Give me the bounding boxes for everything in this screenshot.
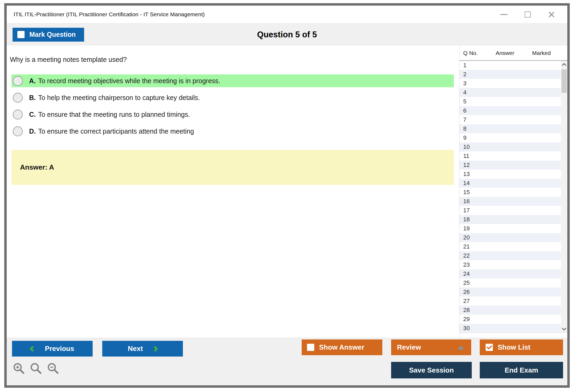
row-qno: 28 bbox=[459, 307, 485, 314]
question-list-row[interactable]: 25 bbox=[459, 278, 561, 287]
option-b[interactable]: B. To help the meeting chairperson to ca… bbox=[11, 91, 454, 104]
radio-icon[interactable] bbox=[13, 76, 23, 86]
question-list-header: Q No. Answer Marked bbox=[459, 46, 567, 61]
question-list-row[interactable]: 30 bbox=[459, 324, 561, 333]
question-list-row[interactable]: 5 bbox=[459, 97, 561, 106]
show-list-button[interactable]: Show List bbox=[480, 339, 563, 355]
question-text: Why is a meeting notes template used? bbox=[10, 56, 127, 63]
question-list-row[interactable]: 21 bbox=[459, 242, 561, 251]
option-d[interactable]: D. To ensure the correct participants at… bbox=[11, 125, 454, 138]
show-answer-label: Show Answer bbox=[319, 343, 364, 351]
question-list-row[interactable]: 24 bbox=[459, 269, 561, 278]
row-qno: 27 bbox=[459, 298, 485, 305]
question-list-row[interactable]: 16 bbox=[459, 197, 561, 206]
question-list-row[interactable]: 15 bbox=[459, 188, 561, 197]
scrollbar-thumb[interactable] bbox=[561, 69, 567, 93]
row-qno: 11 bbox=[459, 153, 485, 159]
chevron-up-icon bbox=[562, 63, 567, 67]
zoom-out-icon[interactable] bbox=[47, 362, 60, 375]
question-list-row[interactable]: 3 bbox=[459, 79, 561, 88]
question-counter: Question 5 of 5 bbox=[7, 30, 567, 39]
question-list-row[interactable]: 7 bbox=[459, 115, 561, 124]
footer-bar: Previous Next Show Answer Review Show Li… bbox=[7, 338, 567, 385]
option-c[interactable]: C. To ensure that the meeting runs to pl… bbox=[11, 108, 454, 121]
question-list-row[interactable]: 8 bbox=[459, 124, 561, 133]
row-qno: 13 bbox=[459, 171, 485, 178]
sidebar-scrollbar[interactable] bbox=[561, 61, 567, 333]
chevron-right-icon bbox=[152, 346, 158, 352]
option-text: To record meeting objectives while the m… bbox=[38, 77, 220, 85]
row-qno: 9 bbox=[459, 134, 485, 141]
minimize-button[interactable] bbox=[500, 14, 508, 15]
row-qno: 12 bbox=[459, 162, 485, 169]
column-qno: Q No. bbox=[463, 50, 478, 56]
question-list-row[interactable]: 6 bbox=[459, 106, 561, 115]
zoom-controls bbox=[13, 362, 60, 375]
question-list-row[interactable]: 9 bbox=[459, 133, 561, 142]
zoom-reset-icon[interactable] bbox=[30, 362, 42, 375]
option-a[interactable]: A. To record meeting objectives while th… bbox=[11, 74, 454, 87]
question-list-row[interactable]: 28 bbox=[459, 306, 561, 315]
question-list-row[interactable]: 2 bbox=[459, 70, 561, 79]
question-list-row[interactable]: 10 bbox=[459, 142, 561, 151]
radio-icon[interactable] bbox=[13, 93, 23, 103]
row-qno: 10 bbox=[459, 143, 485, 150]
triangle-up-icon bbox=[457, 345, 464, 350]
previous-button[interactable]: Previous bbox=[12, 341, 93, 357]
column-answer: Answer bbox=[496, 50, 514, 56]
question-list-row[interactable]: 11 bbox=[459, 151, 561, 161]
question-list-row[interactable]: 4 bbox=[459, 88, 561, 97]
row-qno: 16 bbox=[459, 198, 485, 205]
question-panel: Why is a meeting notes template used? A.… bbox=[7, 46, 459, 338]
option-text: To ensure the correct participants atten… bbox=[38, 127, 194, 135]
row-qno: 4 bbox=[459, 89, 485, 96]
question-list-row[interactable]: 13 bbox=[459, 170, 561, 179]
mark-question-checkbox[interactable] bbox=[17, 31, 25, 38]
question-list-row[interactable]: 22 bbox=[459, 251, 561, 260]
question-list-row[interactable]: 12 bbox=[459, 161, 561, 170]
chevron-down-icon bbox=[562, 326, 567, 330]
save-session-label: Save Session bbox=[409, 366, 454, 374]
row-qno: 14 bbox=[459, 180, 485, 187]
row-qno: 29 bbox=[459, 316, 485, 323]
end-exam-label: End Exam bbox=[505, 366, 538, 374]
question-list-row[interactable]: 26 bbox=[459, 287, 561, 297]
next-button[interactable]: Next bbox=[102, 341, 183, 357]
question-list-rows: 1 2 3 4 bbox=[459, 61, 561, 333]
question-list-row[interactable]: 1 bbox=[459, 61, 561, 70]
show-list-checkbox[interactable] bbox=[486, 344, 493, 351]
radio-icon[interactable] bbox=[13, 110, 23, 119]
question-list-row[interactable]: 29 bbox=[459, 315, 561, 324]
question-list-row[interactable]: 17 bbox=[459, 206, 561, 215]
mark-question-button[interactable]: Mark Question bbox=[13, 28, 84, 42]
answer-box: Answer: A bbox=[11, 150, 454, 185]
save-session-button[interactable]: Save Session bbox=[391, 362, 472, 378]
maximize-button[interactable] bbox=[525, 11, 531, 18]
question-list-row[interactable]: 20 bbox=[459, 233, 561, 242]
scroll-up-button[interactable] bbox=[561, 61, 567, 68]
zoom-in-icon[interactable] bbox=[13, 362, 25, 375]
minimize-icon bbox=[500, 14, 508, 15]
mark-question-label: Mark Question bbox=[29, 31, 76, 38]
row-qno: 7 bbox=[459, 116, 485, 123]
maximize-icon bbox=[525, 11, 531, 18]
row-qno: 30 bbox=[459, 325, 485, 332]
row-qno: 18 bbox=[459, 216, 485, 223]
review-button[interactable]: Review bbox=[391, 339, 471, 355]
show-answer-button[interactable]: Show Answer bbox=[302, 339, 382, 355]
question-list: 1 2 3 4 bbox=[459, 61, 567, 333]
show-answer-checkbox[interactable] bbox=[307, 344, 314, 351]
row-qno: 15 bbox=[459, 189, 485, 196]
row-qno: 26 bbox=[459, 289, 485, 295]
question-list-row[interactable]: 27 bbox=[459, 297, 561, 306]
row-qno: 20 bbox=[459, 234, 485, 241]
question-list-row[interactable]: 19 bbox=[459, 224, 561, 233]
question-list-row[interactable]: 14 bbox=[459, 179, 561, 188]
question-list-row[interactable]: 23 bbox=[459, 260, 561, 269]
scroll-down-button[interactable] bbox=[561, 325, 567, 333]
end-exam-button[interactable]: End Exam bbox=[480, 362, 563, 378]
question-list-row[interactable]: 18 bbox=[459, 215, 561, 224]
close-button[interactable]: × bbox=[548, 9, 555, 20]
radio-icon[interactable] bbox=[13, 126, 23, 136]
row-qno: 24 bbox=[459, 270, 485, 277]
